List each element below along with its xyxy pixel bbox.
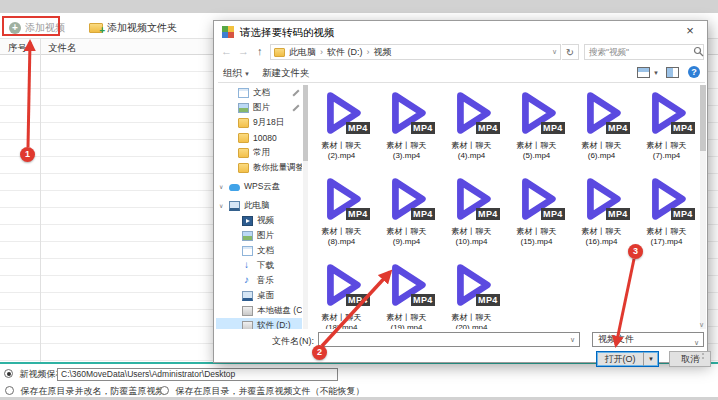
download-icon (242, 261, 253, 271)
preview-pane-icon[interactable] (666, 67, 679, 78)
save-location-row: 新视频保存在: C:\360MoveData\Users\Administrat… (0, 368, 718, 382)
file-name-line2: (7).mp4 (636, 151, 698, 160)
pin-icon (293, 89, 299, 97)
chevron-down-icon: ∨ (694, 336, 699, 349)
file-item[interactable]: MP4素材丨聊天(17).mp4 (636, 173, 698, 255)
sidebar-item[interactable]: 下载 (216, 258, 302, 273)
add-video-folder-button[interactable]: 添加视频文件夹 (84, 18, 182, 38)
sidebar-item[interactable]: 10080 (216, 130, 302, 145)
save-overwrite-radio[interactable] (160, 386, 169, 395)
sidebar-item-label: 音乐 (257, 275, 274, 287)
sidebar-item[interactable]: 图片 (216, 100, 302, 115)
expand-caret-icon[interactable]: ∨ (219, 202, 223, 209)
file-item[interactable]: MP4素材丨聊天(20).mp4 (441, 259, 503, 329)
sidebar-item[interactable]: 常用 (216, 145, 302, 160)
chevron-down-icon[interactable]: ∨ (552, 48, 557, 56)
open-button-dropdown-icon[interactable]: ▼ (644, 352, 658, 366)
resize-grip[interactable] (697, 352, 705, 360)
open-button[interactable]: 打开(O) ▼ (596, 351, 659, 367)
file-item[interactable]: MP4素材丨聊天(6).mp4 (571, 87, 633, 169)
folder-icon (238, 133, 249, 143)
mp4-badge: MP4 (671, 208, 694, 220)
new-folder-button[interactable]: 新建文件夹 (262, 67, 310, 80)
mp4-file-icon: MP4 (641, 174, 691, 224)
mp4-badge: MP4 (476, 294, 499, 306)
mp4-badge: MP4 (541, 122, 564, 134)
sidebar-scrollbar[interactable] (303, 85, 308, 329)
breadcrumb-separator: › (367, 47, 370, 57)
divider (218, 82, 705, 83)
breadcrumb-item-folder[interactable]: 视频 (374, 46, 392, 59)
chevron-down-icon[interactable]: ∨ (570, 336, 575, 344)
expand-caret-icon[interactable]: ∨ (219, 183, 223, 190)
mp4-badge: MP4 (346, 294, 369, 306)
organize-menu[interactable]: 组织▼ (223, 67, 250, 80)
file-item[interactable]: MP4素材丨聊天(5).mp4 (506, 87, 568, 169)
annotation-step-1: 1 (20, 147, 35, 162)
file-item[interactable]: MP4素材丨聊天(8).mp4 (311, 173, 373, 255)
file-item[interactable]: MP4素材丨聊天(15).mp4 (506, 173, 568, 255)
sidebar-item[interactable]: 视频 (216, 213, 302, 228)
sidebar-item[interactable]: 9月18日 (216, 115, 302, 130)
back-icon[interactable]: ← (221, 45, 232, 57)
sidebar-item[interactable]: 本地磁盘 (C:) (216, 303, 302, 318)
open-file-dialog: 请选择要转码的视频 × ← → ↑ 此电脑 › 软件 (D:) › 视频 ∨ ↻… (213, 20, 708, 363)
sidebar-item[interactable]: 图片 (216, 228, 302, 243)
file-item[interactable]: MP4素材丨聊天(19).mp4 (376, 259, 438, 329)
sidebar-item-label: 软件 (D:) (257, 320, 291, 330)
file-name-line1: 素材丨聊天 (441, 226, 503, 237)
mp4-file-icon: MP4 (316, 174, 366, 224)
file-name-line1: 素材丨聊天 (636, 140, 698, 151)
mp4-file-icon: MP4 (576, 174, 626, 224)
sidebar-item[interactable]: 教你批量调整视频 (216, 160, 302, 175)
command-bar: 组织▼ 新建文件夹 ▼ ? (214, 63, 707, 81)
file-item[interactable]: MP4素材丨聊天(2).mp4 (311, 87, 373, 169)
save-rename-radio[interactable] (5, 386, 14, 395)
file-name-line2: (18).mp4 (311, 323, 373, 329)
file-item[interactable]: MP4素材丨聊天(9).mp4 (376, 173, 438, 255)
file-name-line2: (5).mp4 (506, 151, 568, 160)
forward-icon[interactable]: → (238, 45, 249, 57)
pictures-icon (242, 231, 253, 241)
file-item[interactable]: MP4素材丨聊天(16).mp4 (571, 173, 633, 255)
up-icon[interactable]: ↑ (257, 45, 263, 57)
sidebar-item-label: 图片 (257, 230, 274, 242)
chevron-down-icon[interactable]: ∨ (699, 321, 704, 329)
sidebar-item-label: 10080 (253, 133, 277, 143)
file-item[interactable]: MP4素材丨聊天(7).mp4 (636, 87, 698, 169)
view-options-icon[interactable] (637, 67, 650, 78)
help-icon[interactable]: ? (688, 66, 700, 78)
sidebar-item[interactable]: ∨WPS云盘 (216, 179, 302, 194)
mp4-file-icon: MP4 (381, 174, 431, 224)
save-path-input[interactable]: C:\360MoveData\Users\Administrator\Deskt… (57, 368, 338, 381)
file-grid: MP4素材丨聊天(2).mp4MP4素材丨聊天(3).mp4MP4素材丨聊天(4… (309, 85, 699, 329)
sidebar-item[interactable]: 软件 (D:) (216, 318, 302, 329)
sidebar-item[interactable]: 文档 (216, 85, 302, 100)
file-item[interactable]: MP4素材丨聊天(18).mp4 (311, 259, 373, 329)
sidebar-item-label: 此电脑 (244, 200, 270, 212)
sidebar-item[interactable]: ∨此电脑 (216, 198, 302, 213)
file-item[interactable]: MP4素材丨聊天(3).mp4 (376, 87, 438, 169)
filename-input[interactable]: ∨ (318, 332, 580, 347)
search-input[interactable]: 搜索"视频" (584, 44, 704, 60)
sidebar-item[interactable]: 桌面 (216, 288, 302, 303)
file-name-line2: (6).mp4 (571, 151, 633, 160)
search-icon (693, 46, 704, 57)
save-to-radio[interactable] (4, 369, 13, 378)
desktop-icon (242, 291, 253, 301)
refresh-icon[interactable]: ↻ (562, 44, 579, 60)
chevron-down-icon[interactable]: ▼ (653, 70, 659, 76)
breadcrumb[interactable]: 此电脑 › 软件 (D:) › 视频 ∨ (270, 44, 561, 60)
breadcrumb-item-computer[interactable]: 此电脑 (289, 46, 316, 59)
file-grid-scrollbar[interactable] (700, 85, 706, 329)
dialog-titlebar[interactable]: 请选择要转码的视频 × (214, 21, 707, 42)
filetype-dropdown[interactable]: 视频文件 ∨ (592, 332, 704, 347)
sidebar-item[interactable]: 文档 (216, 243, 302, 258)
close-icon[interactable]: × (681, 23, 699, 39)
pictures-icon (238, 103, 249, 113)
sidebar-item[interactable]: 音乐 (216, 273, 302, 288)
file-item[interactable]: MP4素材丨聊天(4).mp4 (441, 87, 503, 169)
breadcrumb-item-drive[interactable]: 软件 (D:) (327, 46, 363, 59)
table-column-divider (40, 38, 41, 362)
file-item[interactable]: MP4素材丨聊天(10).mp4 (441, 173, 503, 255)
